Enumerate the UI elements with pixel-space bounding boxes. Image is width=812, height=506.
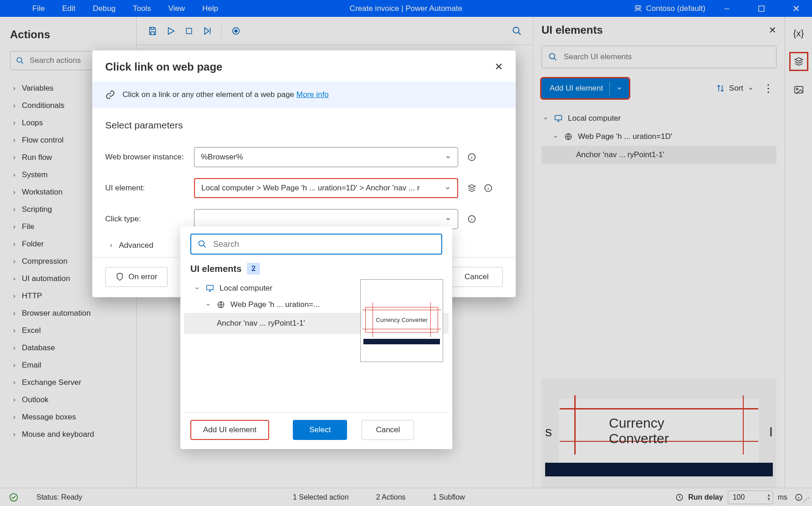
action-category[interactable]: Exchange Server (10, 374, 131, 391)
action-category-label: HTTP (22, 291, 42, 301)
action-category[interactable]: Outlook (10, 392, 131, 408)
window-minimize[interactable]: ─ (714, 0, 740, 17)
clock-icon (675, 493, 684, 501)
svg-rect-8 (555, 115, 562, 120)
step-button[interactable] (199, 23, 215, 39)
save-button[interactable] (145, 23, 160, 39)
globe-icon (216, 301, 226, 309)
uielement-picker-popover: UI elements 2 Local computer Web Page 'h… (180, 226, 452, 449)
window-maximize[interactable] (748, 0, 775, 17)
on-error-button[interactable]: On error (105, 267, 168, 287)
svg-rect-0 (635, 5, 641, 9)
ui-search-input[interactable] (563, 52, 770, 62)
chevron-right-icon (11, 121, 17, 126)
chevron-right-icon (11, 398, 17, 403)
account-picker[interactable]: Contoso (default) (633, 4, 705, 13)
chevron-right-icon (11, 103, 17, 108)
more-menu[interactable]: ⋮ (760, 82, 776, 95)
info-icon[interactable] (795, 493, 803, 501)
shield-icon (116, 272, 124, 281)
dialog-close[interactable]: ✕ (495, 61, 503, 73)
info-icon[interactable] (467, 153, 476, 162)
account-icon (633, 4, 643, 13)
svg-point-5 (235, 30, 237, 32)
picker-search-input[interactable] (212, 239, 435, 250)
picker-search[interactable] (190, 234, 442, 255)
menu-view[interactable]: View (161, 1, 193, 16)
ui-pane-close[interactable]: ✕ (769, 25, 776, 36)
picker-select-button[interactable]: Select (293, 420, 347, 440)
spinner-icon[interactable]: ▲▼ (767, 493, 771, 501)
sort-label: Sort (729, 84, 743, 93)
action-category[interactable]: Message boxes (10, 409, 131, 425)
delay-label: Run delay (688, 493, 723, 501)
tree-root[interactable]: Local computer (541, 109, 776, 128)
layers-icon[interactable] (467, 184, 476, 193)
chevron-right-icon (11, 86, 17, 91)
variables-rail-button[interactable]: {x} (791, 25, 807, 41)
ui-elements-pane: UI elements ✕ Add UI element Sort (533, 17, 785, 488)
tree-root-label: Local computer (568, 114, 621, 123)
window-close[interactable]: ✕ (783, 0, 809, 17)
picker-add-button[interactable]: Add UI element (190, 420, 269, 440)
record-button[interactable] (228, 23, 244, 39)
chevron-right-icon (11, 155, 17, 160)
chevron-right-icon (11, 138, 17, 143)
ui-pane-title: UI elements (541, 24, 603, 36)
uielement-dropdown[interactable]: Local computer > Web Page 'h ... uration… (194, 178, 458, 198)
dialog-title: Click link on web page (105, 61, 222, 73)
stop-button[interactable] (181, 23, 197, 39)
account-name: Contoso (default) (646, 4, 705, 13)
svg-point-18 (199, 241, 204, 246)
svg-rect-1 (759, 6, 764, 11)
window-title: Create invoice | Power Automate (350, 4, 462, 13)
action-category-label: Flow control (22, 136, 64, 145)
status-ready: Status: Ready (36, 493, 82, 501)
action-category-label: File (22, 222, 34, 231)
on-error-label: On error (128, 272, 157, 281)
action-category[interactable]: Browser automation (10, 305, 131, 322)
svg-point-2 (17, 57, 22, 62)
action-category[interactable]: Email (10, 357, 131, 373)
more-info-link[interactable]: More info (296, 90, 329, 99)
dialog-cancel-button[interactable]: Cancel (450, 267, 503, 287)
menu-tools[interactable]: Tools (126, 1, 158, 16)
action-category[interactable]: Excel (10, 322, 131, 339)
delay-input[interactable]: 100 ▲▼ (728, 491, 773, 504)
sort-button[interactable]: Sort (716, 84, 754, 93)
tree-anchor[interactable]: Anchor 'nav ... ryPoint1-1' (541, 146, 776, 164)
delay-value: 100 (733, 493, 745, 501)
designer-search-button[interactable] (509, 23, 525, 39)
ui-elements-rail-button[interactable] (791, 53, 807, 70)
menu-debug[interactable]: Debug (86, 1, 123, 16)
resize-grip-icon[interactable]: ⋰ (803, 496, 809, 503)
picker-count-badge: 2 (247, 263, 260, 275)
menu-help[interactable]: Help (195, 1, 225, 16)
browser-dropdown[interactable]: %Browser% (194, 147, 458, 167)
images-rail-button[interactable] (791, 82, 807, 98)
action-category[interactable]: Mouse and keyboard (10, 426, 131, 443)
tree-anchor-label: Anchor 'nav ... ryPoint1-1' (576, 150, 664, 159)
dialog-banner-text: Click on a link or any other element of … (123, 90, 294, 99)
preview-crop-right: I (760, 424, 773, 440)
preview-crop-left: s (545, 424, 558, 440)
chevron-right-icon (11, 173, 17, 178)
svg-rect-3 (186, 28, 192, 34)
chevron-right-icon (11, 276, 17, 281)
chevron-down-icon (542, 116, 549, 121)
add-ui-element-button[interactable]: Add UI element (541, 78, 629, 98)
tree-page[interactable]: Web Page 'h ... uration=1D' (541, 128, 776, 146)
info-icon[interactable] (467, 215, 476, 224)
picker-cancel-button[interactable]: Cancel (362, 420, 414, 440)
info-icon[interactable] (484, 184, 493, 193)
add-ui-element-label: Add UI element (550, 84, 603, 93)
action-category-label: Browser automation (22, 309, 91, 318)
run-button[interactable] (163, 23, 179, 39)
action-category-label: Excel (22, 326, 41, 335)
action-category[interactable]: Database (10, 340, 131, 356)
picker-root-label: Local computer (220, 284, 272, 293)
menu-file[interactable]: File (25, 1, 52, 16)
menu-edit[interactable]: Edit (55, 1, 82, 16)
chevron-down-icon (445, 154, 451, 160)
ui-search[interactable] (541, 46, 776, 68)
